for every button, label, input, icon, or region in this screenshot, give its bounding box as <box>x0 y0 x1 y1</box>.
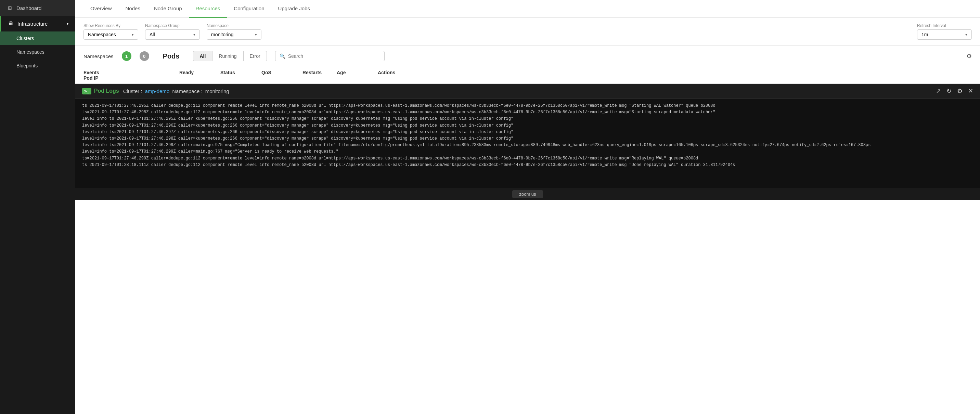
pod-logs-meta: Cluster : amp-demo Namespace : monitorin… <box>123 88 229 94</box>
table-header: Events Ready Status QoS Restarts Age Act… <box>75 67 980 84</box>
show-resources-by-filter: Show Resources By Namespaces ▾ <box>83 23 138 40</box>
logs-settings-icon[interactable]: ⚙ <box>957 87 963 95</box>
pods-label: Pods <box>163 53 180 60</box>
inactive-badge: 0 <box>140 51 149 61</box>
tab-overview[interactable]: Overview <box>83 0 119 18</box>
search-box: 🔍 <box>275 51 385 61</box>
tab-node-group[interactable]: Node Group <box>147 0 189 18</box>
sidebar-item-blueprints[interactable]: Blueprints <box>0 59 75 73</box>
close-icon[interactable]: ✕ <box>968 87 973 95</box>
col-restarts: Restarts <box>302 70 337 75</box>
namespace-select[interactable]: monitoring ▾ <box>207 29 261 40</box>
refresh-interval-label: Refresh Interval <box>917 23 972 28</box>
sidebar-item-infrastructure[interactable]: 🏛 Infrastructure ▾ <box>0 16 75 32</box>
pod-logs-title: >_ Pod Logs <box>82 88 119 94</box>
namespace-filter: Namespace monitoring ▾ <box>207 23 261 40</box>
resources-area: Namespaces 1 0 Pods All Running Error 🔍 … <box>75 46 980 414</box>
tab-resources[interactable]: Resources <box>189 0 227 18</box>
pod-logs-header: >_ Pod Logs Cluster : amp-demo Namespace… <box>75 84 980 99</box>
pod-logs-namespace: monitoring <box>205 88 229 94</box>
chevron-down-icon: ▾ <box>255 32 257 37</box>
filter-all-button[interactable]: All <box>193 51 212 61</box>
namespace-group-filter: Namespace Group All ▾ <box>145 23 200 40</box>
namespace-group-label: Namespace Group <box>145 23 200 28</box>
col-pod-ip: Pod IP <box>83 75 179 81</box>
sidebar-sub-namespaces-label: Namespaces <box>16 49 45 55</box>
pod-logs-label: Pod Logs <box>94 88 119 94</box>
cluster-label: Cluster : <box>123 88 142 94</box>
chevron-down-icon: ▾ <box>193 32 196 37</box>
refresh-icon[interactable]: ↻ <box>947 87 951 95</box>
tab-nodes[interactable]: Nodes <box>119 0 147 18</box>
external-link-icon[interactable]: ↗ <box>936 87 941 95</box>
sidebar-item-dashboard-label: Dashboard <box>16 5 41 11</box>
namespace-group-select[interactable]: All ▾ <box>145 29 200 40</box>
pod-logs-actions: ↗ ↻ ⚙ ✕ <box>936 87 973 95</box>
chevron-down-icon: ▾ <box>67 22 68 25</box>
tab-bar: Overview Nodes Node Group Resources Conf… <box>75 0 980 18</box>
namespace-value: monitoring <box>211 32 233 37</box>
col-actions: Actions <box>378 70 439 75</box>
pod-logs-panel: >_ Pod Logs Cluster : amp-demo Namespace… <box>75 84 980 200</box>
sidebar-item-clusters[interactable]: Clusters <box>0 32 75 45</box>
sidebar-sub-blueprints-label: Blueprints <box>16 63 38 68</box>
tab-upgrade-jobs[interactable]: Upgrade Jobs <box>271 0 317 18</box>
logs-content: ts=2021-09-17T01:27:46.295Z caller=dedup… <box>75 99 980 188</box>
col-events: Events <box>83 70 179 75</box>
show-resources-by-value: Namespaces <box>88 32 116 37</box>
tab-configuration[interactable]: Configuration <box>227 0 271 18</box>
filter-running-button[interactable]: Running <box>212 51 243 61</box>
sidebar-item-dashboard[interactable]: ⊞ Dashboard <box>0 0 75 16</box>
sidebar: ⊞ Dashboard 🏛 Infrastructure ▾ Clusters … <box>0 0 75 414</box>
dashboard-icon: ⊞ <box>7 5 13 11</box>
sidebar-item-namespaces[interactable]: Namespaces <box>0 45 75 59</box>
refresh-interval-value: 1m <box>921 32 928 37</box>
infrastructure-icon: 🏛 <box>8 21 14 27</box>
namespace-label: Namespace <box>207 23 261 28</box>
search-input[interactable] <box>288 53 380 59</box>
active-badge: 1 <box>122 51 131 61</box>
show-resources-by-select[interactable]: Namespaces ▾ <box>83 29 138 40</box>
settings-icon[interactable]: ⚙ <box>966 53 972 60</box>
col-age: Age <box>337 70 378 75</box>
filters-row: Show Resources By Namespaces ▾ Namespace… <box>75 18 980 46</box>
search-icon: 🔍 <box>280 53 285 59</box>
chevron-down-icon: ▾ <box>965 32 967 37</box>
sidebar-sub-clusters-label: Clusters <box>16 36 34 41</box>
resources-header: Namespaces 1 0 Pods All Running Error 🔍 … <box>75 46 980 67</box>
namespace-label: Namespace : <box>172 88 202 94</box>
main-content: Overview Nodes Node Group Resources Conf… <box>75 0 980 414</box>
col-ready: Ready <box>179 70 220 75</box>
chevron-down-icon: ▾ <box>132 32 134 37</box>
terminal-icon: >_ <box>82 88 91 94</box>
namespaces-label: Namespaces <box>83 53 114 59</box>
col-qos: QoS <box>261 70 302 75</box>
sidebar-item-infrastructure-label: Infrastructure <box>18 21 48 27</box>
cluster-name-link[interactable]: amp-demo <box>145 88 170 94</box>
pod-filter-buttons: All Running Error <box>193 51 267 61</box>
zoom-bar: zoom us <box>75 188 980 200</box>
refresh-interval-select[interactable]: 1m ▾ <box>917 29 972 40</box>
refresh-interval-filter: Refresh Interval 1m ▾ <box>917 23 972 40</box>
namespace-group-value: All <box>150 32 155 37</box>
col-status: Status <box>220 70 261 75</box>
show-resources-by-label: Show Resources By <box>83 23 138 28</box>
zoom-button[interactable]: zoom us <box>512 190 543 198</box>
filter-error-button[interactable]: Error <box>243 51 267 61</box>
